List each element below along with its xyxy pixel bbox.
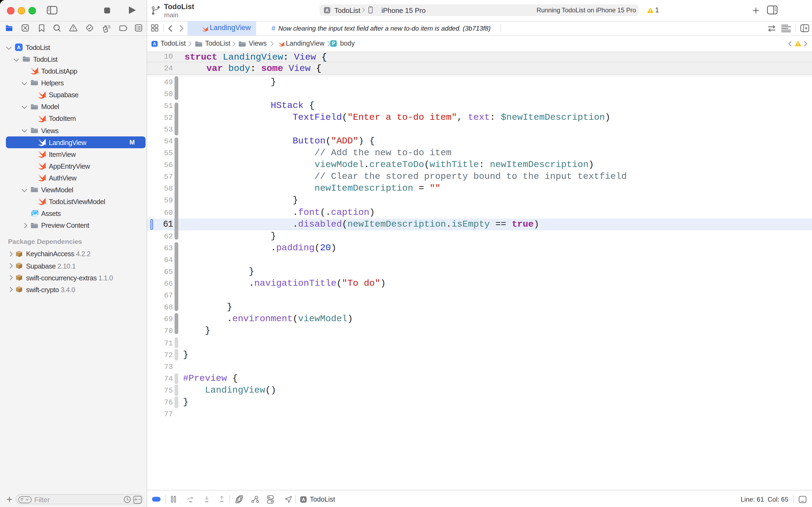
svg-text:A: A — [326, 8, 329, 13]
svg-text:P: P — [332, 41, 335, 47]
svg-text:A: A — [302, 497, 305, 502]
svg-text:A: A — [153, 41, 156, 46]
svg-text:A: A — [17, 44, 21, 50]
